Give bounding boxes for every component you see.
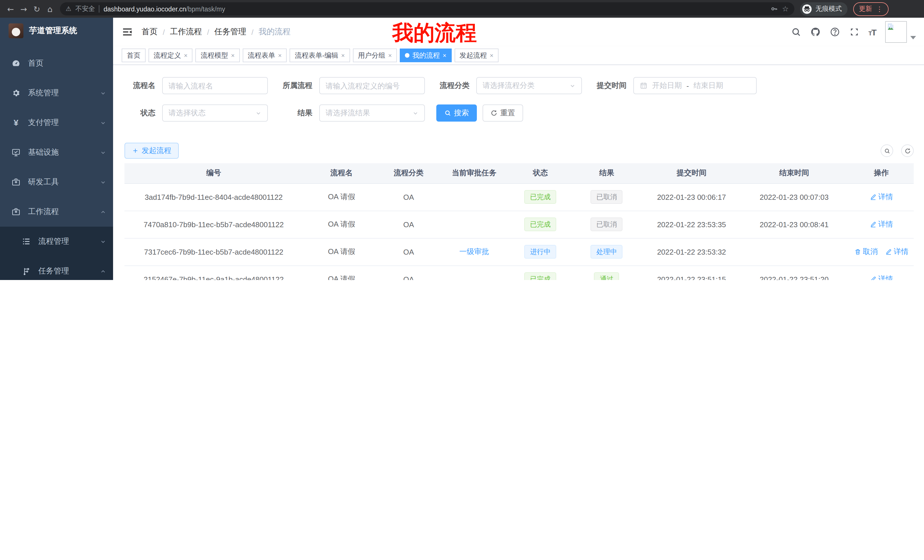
- browser-back-icon[interactable]: ←: [4, 4, 16, 13]
- avatar-caret-icon[interactable]: [910, 36, 916, 39]
- reset-button[interactable]: 重置: [483, 105, 523, 121]
- search-button[interactable]: 搜索: [436, 105, 477, 121]
- sidebar-item-home[interactable]: 首页: [0, 48, 113, 78]
- close-icon[interactable]: ×: [341, 52, 345, 59]
- tags-bar: 首页流程定义×流程模型×流程表单×流程表单-编辑×用户分组×我的流程×发起流程×: [113, 46, 924, 65]
- user-avatar[interactable]: [885, 21, 916, 43]
- tab-process-model[interactable]: 流程模型×: [196, 48, 240, 62]
- result-badge: 已取消: [591, 190, 623, 204]
- fullscreen-icon[interactable]: [849, 27, 859, 37]
- result-badge: 通过: [594, 272, 620, 280]
- dashboard-icon: [11, 59, 21, 68]
- url-path: /bpm/task/my: [186, 5, 225, 12]
- browser-menu-icon[interactable]: ⋮: [876, 5, 883, 13]
- chevron-down-icon: [100, 238, 106, 245]
- browser-home-icon[interactable]: ⌂: [44, 4, 56, 13]
- browser-reload-icon[interactable]: ↻: [31, 4, 43, 13]
- tab-my-process[interactable]: 我的流程×: [400, 48, 452, 62]
- incognito-label: 无痕模式: [816, 4, 842, 13]
- filter-label-result: 结果: [277, 108, 312, 118]
- action-detail-link[interactable]: 详情: [870, 192, 893, 202]
- close-icon[interactable]: ×: [278, 52, 282, 59]
- menu-label: 流程管理: [38, 236, 100, 247]
- app-logo[interactable]: 芋道管理系统: [0, 18, 113, 44]
- browser-update-button[interactable]: 更新 ⋮: [853, 2, 889, 16]
- font-size-icon[interactable]: TT: [868, 27, 876, 37]
- incognito-icon: [802, 4, 812, 14]
- sidebar-submenu: 流程管理任务管理我的流程待办任务已办任务请假查询: [0, 227, 113, 280]
- close-icon[interactable]: ×: [184, 52, 188, 59]
- sidebar-item-task-mgmt[interactable]: 任务管理: [0, 256, 113, 280]
- chevron-up-icon: [100, 268, 106, 274]
- breadcrumb-item[interactable]: 首页: [142, 27, 158, 37]
- action-detail-link[interactable]: 详情: [885, 247, 909, 257]
- address-bar[interactable]: ⚠ 不安全 dashboard.yudao.iocoder.cn/bpm/tas…: [60, 2, 794, 15]
- end-date-placeholder: 结束日期: [694, 81, 723, 91]
- refresh-table-button[interactable]: [901, 144, 914, 157]
- tab-process-form[interactable]: 流程表单×: [243, 48, 287, 62]
- status-badge: 已完成: [525, 272, 556, 280]
- sidebar-item-infra[interactable]: 基础设施: [0, 138, 113, 167]
- parent-process-input[interactable]: [319, 77, 425, 94]
- breadcrumb-item[interactable]: 任务管理: [214, 27, 246, 37]
- cell-actions: 详情: [849, 211, 914, 238]
- status-badge: 已完成: [525, 217, 556, 231]
- cell-result: 已取消: [570, 211, 644, 238]
- navbar-actions: TT: [790, 21, 916, 43]
- sidebar-item-workflow[interactable]: 工作流程: [0, 197, 113, 227]
- toggle-search-button[interactable]: [880, 144, 893, 157]
- sidebar-item-process-mgmt[interactable]: 流程管理: [0, 227, 113, 256]
- search-icon: [884, 148, 890, 154]
- process-table: 编号流程名流程分类当前审批任务状态结果提交时间结束时间操作 3ad174fb-7…: [124, 163, 914, 280]
- menu-label: 系统管理: [28, 88, 100, 98]
- help-icon[interactable]: [830, 27, 840, 37]
- action-detail-link[interactable]: 详情: [870, 274, 893, 280]
- result-select[interactable]: 请选择流结果: [319, 105, 425, 121]
- hamburger-icon[interactable]: [122, 26, 133, 38]
- menu-label: 首页: [28, 58, 106, 69]
- close-icon[interactable]: ×: [490, 52, 494, 59]
- refresh-icon: [904, 148, 910, 154]
- status-select[interactable]: 请选择状态: [162, 105, 268, 121]
- cell-end-time: 2022-01-22 23:51:20: [739, 265, 849, 280]
- cell-process-id: 3ad174fb-7b9d-11ec-8404-acde48001122: [124, 183, 303, 211]
- category-select[interactable]: 请选择流程分类: [476, 77, 582, 94]
- tab-user-group[interactable]: 用户分组×: [353, 48, 397, 62]
- filter-label-category: 流程分类: [434, 81, 470, 91]
- tab-home[interactable]: 首页: [122, 48, 146, 62]
- close-icon[interactable]: ×: [388, 52, 392, 59]
- bookmark-star-icon[interactable]: ☆: [782, 4, 789, 13]
- trash-icon: [854, 248, 861, 255]
- create-process-button[interactable]: 发起流程: [124, 143, 179, 159]
- action-detail-link[interactable]: 详情: [870, 219, 893, 229]
- action-cancel-link[interactable]: 取消: [854, 247, 878, 257]
- chevron-down-icon: [569, 82, 576, 89]
- filter-row-2: 状态 请选择状态 结果 请选择流结果 搜索: [124, 105, 914, 121]
- close-icon[interactable]: ×: [442, 52, 446, 59]
- tab-label: 首页: [127, 51, 141, 60]
- breadcrumb-item[interactable]: 工作流程: [170, 27, 202, 37]
- tab-process-definition[interactable]: 流程定义×: [148, 48, 193, 62]
- sidebar-item-system[interactable]: 系统管理: [0, 78, 113, 108]
- tab-process-form-edit[interactable]: 流程表单-编辑×: [290, 48, 350, 62]
- tab-start-process[interactable]: 发起流程×: [454, 48, 498, 62]
- close-icon[interactable]: ×: [231, 52, 235, 59]
- cell-category: OA: [380, 238, 437, 265]
- process-name-input[interactable]: [162, 77, 268, 94]
- cell-end-time: [739, 238, 849, 265]
- search-icon[interactable]: [790, 27, 801, 37]
- current-task-link[interactable]: 一级审批: [459, 247, 489, 257]
- sidebar-item-devtools[interactable]: 研发工具: [0, 167, 113, 197]
- gear-icon: [11, 88, 21, 97]
- cell-end-time: 2022-01-23 00:08:41: [739, 211, 849, 238]
- menu-label: 研发工具: [28, 177, 100, 187]
- password-key-icon[interactable]: [771, 5, 778, 13]
- browser-forward-icon[interactable]: →: [18, 4, 30, 13]
- submit-time-range-picker[interactable]: 开始日期 - 结束日期: [633, 77, 757, 94]
- cell-status: 已完成: [511, 211, 570, 238]
- sidebar-item-payment[interactable]: ¥支付管理: [0, 108, 113, 138]
- start-date-placeholder: 开始日期: [652, 81, 682, 91]
- tab-label: 用户分组: [358, 51, 386, 60]
- github-icon[interactable]: [810, 27, 820, 37]
- cell-category: OA: [380, 211, 437, 238]
